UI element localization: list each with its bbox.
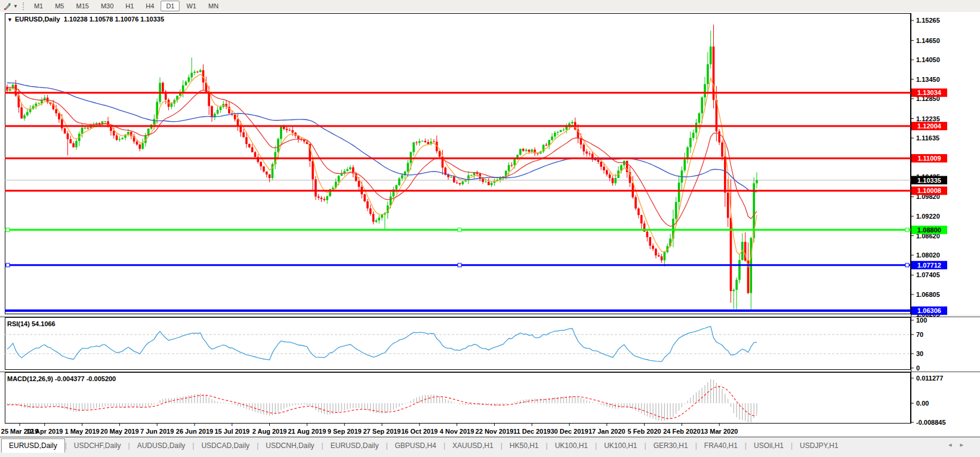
candle-body <box>289 130 291 131</box>
candle-body <box>609 174 611 178</box>
chart-tab-usdcnh-daily[interactable]: USDCNH,Daily <box>258 438 321 453</box>
candle-body <box>29 109 32 112</box>
candle-body <box>315 179 317 197</box>
macd-panel[interactable] <box>5 373 911 424</box>
rsi-axis-tick: 100 <box>916 317 927 324</box>
chart-tab-eurusd-daily[interactable]: EURUSD,Daily <box>1 438 65 453</box>
price-axis-tick: 1.14050 <box>916 56 940 63</box>
date-label: 13 Mar 2020 <box>701 428 738 435</box>
hline-selection-handle[interactable] <box>905 228 909 232</box>
candle-body <box>491 183 493 185</box>
hline-selection-handle[interactable] <box>458 263 461 267</box>
candle-body <box>211 106 213 117</box>
chart-tab-xauusd-h1[interactable]: XAUUSD,H1 <box>445 438 501 453</box>
candle-body <box>81 128 84 134</box>
date-label: 22 Nov 2019 <box>476 428 514 435</box>
candle-body <box>525 150 528 151</box>
candle-body <box>407 163 409 171</box>
candle-body <box>459 183 461 184</box>
chart-tab-ger30-h1[interactable]: GER30,H1 <box>646 438 695 453</box>
timeframe-button-m5[interactable]: M5 <box>50 1 69 11</box>
rsi-indicator-label: RSI(14) 54.1066 <box>7 320 56 327</box>
chart-title: ▼EURUSD,Daily 1.10238 1.10578 1.10076 1.… <box>7 16 164 23</box>
candle-body <box>588 154 591 154</box>
chart-tab-uk100-h1[interactable]: UK100,H1 <box>597 438 644 453</box>
candle-body <box>482 179 484 182</box>
panel-splitter[interactable] <box>0 370 980 372</box>
candle-body <box>136 142 138 145</box>
chart-tab-hk50-h1[interactable]: HK50,H1 <box>503 438 546 453</box>
price-axis-tick: 1.08020 <box>916 251 940 259</box>
draw-tool-dropdown-caret-icon[interactable]: ▼ <box>13 4 18 9</box>
candle-body <box>689 138 692 148</box>
timeframe-button-h1[interactable]: H1 <box>120 1 139 11</box>
chart-plot-area[interactable] <box>5 14 911 314</box>
candle-body <box>513 159 516 165</box>
candle-body <box>320 198 323 199</box>
candle-body <box>485 182 487 182</box>
candle-body <box>326 196 328 200</box>
date-label: 4 Nov 2019 <box>440 428 474 435</box>
chart-tab-uk100-h1[interactable]: UK100,H1 <box>548 438 595 453</box>
chart-tab-usoil-h1[interactable]: USOil,H1 <box>747 438 791 453</box>
candle-body <box>280 126 282 139</box>
macd-values: -0.004377 -0.005200 <box>55 375 116 382</box>
candle-body <box>612 178 614 183</box>
tab-scroll-left-icon[interactable]: ◂ <box>948 441 960 448</box>
toolbar-grip-handle[interactable] <box>23 2 24 10</box>
price-axis-tick: 1.14650 <box>916 37 940 44</box>
candle-body <box>557 132 559 133</box>
chart-tab-usdchf-daily[interactable]: USDCHF,Daily <box>67 438 128 453</box>
chart-tab-usdcad-daily[interactable]: USDCAD,Daily <box>194 438 257 453</box>
timeframe-button-m1[interactable]: M1 <box>29 1 48 11</box>
rsi-panel[interactable] <box>5 318 911 370</box>
timeframe-button-d1[interactable]: D1 <box>161 1 180 11</box>
candle-body <box>546 145 548 145</box>
candle-body <box>427 142 429 144</box>
chart-tab-audusd-daily[interactable]: AUDUSD,Daily <box>130 438 193 453</box>
candle-body <box>220 107 222 110</box>
candle-body <box>453 177 455 183</box>
tab-scroll-right-icon[interactable]: ▸ <box>960 441 972 448</box>
candle-body <box>237 119 239 126</box>
timeframe-button-m30[interactable]: M30 <box>95 1 119 11</box>
candle-body <box>138 145 141 149</box>
chart-tab-usdjpy-h1[interactable]: USDJPY,H1 <box>793 438 845 453</box>
chart-tab-eurusd-daily[interactable]: EURUSD,Daily <box>323 438 386 453</box>
candle-body <box>395 185 397 189</box>
chart-window: 1.152651.146501.140501.134501.128501.122… <box>0 12 980 437</box>
candle-body <box>208 92 210 106</box>
chart-canvas[interactable]: 1.152651.146501.140501.134501.128501.122… <box>0 12 980 437</box>
candle-body <box>20 108 23 118</box>
candle-body <box>303 140 306 142</box>
chart-tab-fra40-h1[interactable]: FRA40,H1 <box>697 438 745 453</box>
candle-body <box>196 72 199 72</box>
chart-tab-gbpusd-h4[interactable]: GBPUSD,H4 <box>388 438 443 453</box>
candle-body <box>531 149 533 152</box>
panel-splitter[interactable] <box>0 315 980 317</box>
draw-tool-icon[interactable] <box>2 1 13 11</box>
candle-body <box>634 197 637 208</box>
date-label: 7 Jun 2019 <box>140 428 174 435</box>
timeframe-button-m15[interactable]: M15 <box>70 1 94 11</box>
candle-body <box>756 180 758 183</box>
candle-body <box>141 143 144 149</box>
timeframe-button-w1[interactable]: W1 <box>181 1 202 11</box>
candle-body <box>346 169 349 171</box>
macd-axis-tick: 0.00 <box>916 400 929 407</box>
hline-selection-handle[interactable] <box>6 263 10 267</box>
candle-body <box>649 237 651 246</box>
hline-selection-handle[interactable] <box>905 263 909 267</box>
candle-body <box>528 150 531 152</box>
timeframe-button-h4[interactable]: H4 <box>140 1 159 11</box>
timeframe-button-mn[interactable]: MN <box>203 1 224 11</box>
date-label: 15 Jul 2019 <box>214 428 249 435</box>
candle-body <box>698 114 701 123</box>
hline-selection-handle[interactable] <box>458 228 461 232</box>
collapse-arrow-icon[interactable]: ▼ <box>7 17 13 23</box>
candle-body <box>239 126 242 132</box>
candle-body <box>199 70 202 72</box>
hline-selection-handle[interactable] <box>6 228 10 232</box>
candle-body <box>560 130 562 132</box>
date-label: 2 Aug 2019 <box>252 428 287 435</box>
